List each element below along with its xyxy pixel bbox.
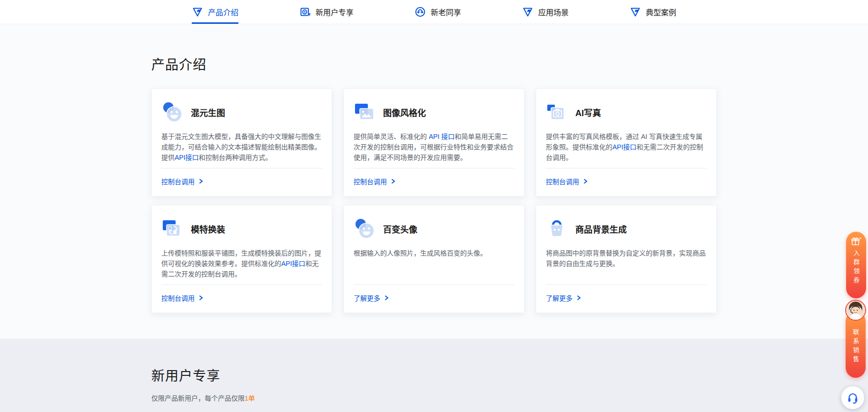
card-description: 基于混元文生图大模型，具备强大的中文理解与图像生成能力，可结合输入的文本描述智能… xyxy=(161,131,322,163)
learn-more-link[interactable]: 了解更多 xyxy=(354,293,389,303)
card-description: 上传模特照和服装平铺图，生成模特换装后的图片，提供可视化的换装效果参考。提供标准… xyxy=(161,248,322,279)
api-doc-link[interactable]: API接口 xyxy=(612,143,637,151)
gift-icon xyxy=(850,236,862,247)
chevron-right-icon xyxy=(198,178,204,184)
product-intro-section: 产品介绍 混元生图 基于混元文生图大模型，具备强大的中文理解与图像生成能力，可结… xyxy=(0,25,868,339)
nav-tab-5[interactable]: 典型案例 xyxy=(630,0,676,24)
chevron-right-icon xyxy=(576,295,582,301)
card-title: 模特换装 xyxy=(191,223,225,235)
outfit-swap-icon xyxy=(161,218,183,240)
product-card: 商品背景生成 将商品图中的原背景替换为自定义的新背景，实现商品背景的自由生成与更… xyxy=(536,205,717,313)
divider xyxy=(161,168,322,168)
card-title: 图像风格化 xyxy=(383,106,426,118)
page-title: 产品介绍 xyxy=(151,25,717,73)
divider xyxy=(354,168,514,168)
smiley-avatar-icon xyxy=(161,101,183,123)
chevron-right-icon xyxy=(390,178,396,184)
nav-tab-4[interactable]: 应用场景 xyxy=(522,0,569,24)
card-title: 百变头像 xyxy=(383,223,417,235)
console-call-link[interactable]: 控制台调用 xyxy=(354,177,396,186)
headset-icon xyxy=(847,392,859,404)
api-doc-link[interactable]: API 接口 xyxy=(429,133,454,140)
divider xyxy=(354,284,514,285)
card-description: 根据输入的人像照片，生成风格百变的头像。 xyxy=(354,248,514,258)
customer-service-button[interactable] xyxy=(841,386,864,409)
logo-triangle-icon xyxy=(630,6,641,18)
chevron-right-icon xyxy=(582,178,588,184)
console-call-link[interactable]: 控制台调用 xyxy=(161,177,204,186)
logo-triangle-icon xyxy=(522,6,533,18)
api-doc-link[interactable]: API接口 xyxy=(281,260,306,267)
product-card: 混元生图 基于混元文生图大模型，具备强大的中文理解与图像生成能力，可结合输入的文… xyxy=(151,88,332,196)
promo-limit-highlight: 1单 xyxy=(245,394,255,402)
section-tab-bar: 产品介绍 新用户专享 新老同享 应用场景 典型案例 xyxy=(0,0,868,24)
product-card-grid: 混元生图 基于混元文生图大模型，具备强大的中文理解与图像生成能力，可结合输入的文… xyxy=(151,88,717,313)
nav-tab-1[interactable]: 产品介绍 xyxy=(192,0,238,24)
contact-sales-button[interactable]: 联系销售 xyxy=(845,300,866,379)
console-call-link[interactable]: 控制台调用 xyxy=(546,177,588,186)
gift-box-icon xyxy=(299,6,311,18)
divider xyxy=(546,284,707,285)
api-doc-link[interactable]: API接口 xyxy=(175,154,199,161)
product-card: AI写真 提供丰富的写真风格模板，通过 AI 写真快速生成专属形象照。提供标准化… xyxy=(536,88,717,196)
logo-triangle-icon xyxy=(192,6,203,18)
card-description: 将商品图中的原背景替换为自定义的新背景，实现商品背景的自由生成与更换。 xyxy=(546,248,707,269)
shopping-bag-icon xyxy=(546,218,568,240)
card-title: 混元生图 xyxy=(191,106,225,118)
chevron-right-icon xyxy=(198,295,204,301)
sales-agent-avatar xyxy=(845,300,866,321)
product-card: 百变头像 根据输入的人像照片，生成风格百变的头像。 了解更多 xyxy=(344,205,524,313)
image-photo-icon xyxy=(354,101,375,123)
divider xyxy=(546,168,707,168)
smiley-avatar-icon xyxy=(354,218,375,240)
card-title: 商品背景生成 xyxy=(575,223,627,235)
product-card: 模特换装 上传模特照和服装平铺图，生成模特换装后的图片，提供可视化的换装效果参考… xyxy=(151,205,332,313)
card-description: 提供丰富的写真风格模板，通过 AI 写真快速生成专属形象照。提供标准化的API接… xyxy=(546,131,707,163)
divider xyxy=(161,284,322,285)
learn-more-link[interactable]: 了解更多 xyxy=(546,293,582,303)
share-cycle-icon xyxy=(414,6,426,18)
new-user-promo-section: 新用户专享 仅限产品新用户，每个产品仅限1单 xyxy=(0,339,868,412)
console-call-link[interactable]: 控制台调用 xyxy=(161,293,204,303)
promo-title: 新用户专享 xyxy=(151,339,717,384)
nav-tab-3[interactable]: 新老同享 xyxy=(414,0,461,24)
chevron-right-icon xyxy=(384,295,389,301)
card-description: 提供简单灵活、标准化的 API 接口和简单易用无需二次开发的控制台调用，可根据行… xyxy=(354,131,514,163)
card-title: AI写真 xyxy=(575,106,601,118)
promo-subtitle: 仅限产品新用户，每个产品仅限1单 xyxy=(151,393,717,402)
join-group-coupon-button[interactable]: 入群领券 xyxy=(846,232,866,298)
camera-icon xyxy=(546,101,568,123)
product-card: 图像风格化 提供简单灵活、标准化的 API 接口和简单易用无需二次开发的控制台调… xyxy=(344,88,524,196)
nav-tab-2[interactable]: 新用户专享 xyxy=(299,0,354,24)
